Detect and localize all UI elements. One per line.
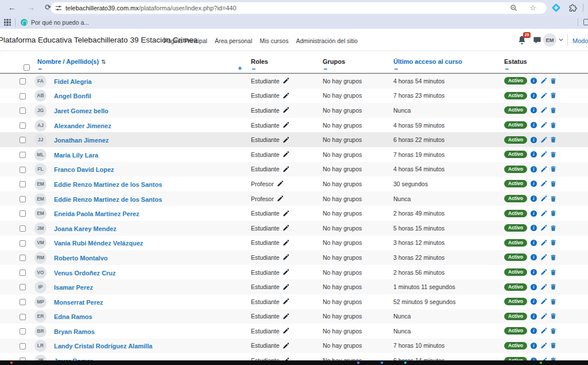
delete-user-icon[interactable] (550, 107, 556, 114)
nav-my-courses[interactable]: Mis cursos (260, 37, 288, 44)
user-name-link[interactable]: Eddie Renzo Martinez de los Santos (54, 196, 162, 203)
role-edit-pencil-icon[interactable] (283, 328, 289, 334)
edit-user-icon[interactable] (540, 122, 547, 128)
nav-site-admin[interactable]: Administración del sitio (296, 37, 357, 44)
other-bookmarks-icon[interactable] (583, 19, 588, 25)
row-checkbox[interactable] (20, 225, 26, 232)
edit-user-icon[interactable] (540, 254, 547, 260)
user-name-link[interactable]: Angel Bonfil (54, 93, 91, 99)
role-edit-pencil-icon[interactable] (283, 313, 289, 320)
user-name-link[interactable]: Edna Ramos (54, 313, 92, 320)
role-edit-pencil-icon[interactable] (283, 78, 289, 84)
delete-user-icon[interactable] (550, 92, 556, 99)
info-icon[interactable]: i (531, 269, 537, 275)
delete-user-icon[interactable] (550, 225, 556, 232)
role-edit-pencil-icon[interactable] (283, 107, 289, 113)
edit-mode-toggle[interactable]: Modo d (572, 37, 588, 44)
role-edit-pencil-icon[interactable] (283, 210, 289, 217)
forward-button[interactable]: → (27, 3, 35, 12)
row-checkbox[interactable] (20, 137, 26, 143)
row-checkbox[interactable] (20, 314, 26, 320)
info-icon[interactable]: i (531, 240, 537, 246)
nav-dashboard[interactable]: Área personal (215, 37, 252, 44)
edit-user-icon[interactable] (540, 343, 547, 349)
edit-user-icon[interactable] (540, 151, 547, 157)
edit-user-icon[interactable] (540, 225, 547, 231)
row-checkbox[interactable] (20, 255, 26, 261)
info-icon[interactable]: i (531, 107, 537, 113)
user-name-link[interactable]: Monserrat Perez (54, 299, 103, 306)
row-checkbox[interactable] (20, 181, 26, 187)
bookmark-star-icon[interactable]: ☆ (529, 3, 536, 12)
row-checkbox[interactable] (20, 93, 26, 99)
role-edit-pencil-icon[interactable] (283, 298, 289, 305)
page-zoom-icon[interactable] (510, 4, 518, 12)
role-edit-pencil-icon[interactable] (283, 166, 289, 172)
taskbar-app-icon[interactable] (10, 362, 13, 364)
role-edit-pencil-icon[interactable] (283, 93, 289, 99)
user-name-link[interactable]: Maria Lily Lara (54, 152, 98, 159)
row-checkbox[interactable] (20, 270, 26, 276)
info-icon[interactable]: i (531, 210, 537, 217)
edit-user-icon[interactable] (540, 93, 547, 99)
user-name-link[interactable]: Isamar Perez (54, 284, 93, 291)
delete-user-icon[interactable] (550, 210, 556, 217)
delete-user-icon[interactable] (550, 151, 556, 158)
extensions-puzzle-icon[interactable] (568, 3, 577, 12)
row-checkbox[interactable] (20, 210, 26, 217)
edit-user-icon[interactable] (540, 137, 547, 143)
taskbar-app-icon[interactable] (357, 362, 359, 364)
info-icon[interactable]: i (531, 225, 537, 231)
chevron-down-icon[interactable] (559, 37, 563, 42)
role-edit-pencil-icon[interactable] (283, 240, 289, 246)
info-icon[interactable]: i (531, 78, 537, 84)
collapse-last-access-column[interactable]: − (394, 66, 398, 72)
user-name-link[interactable]: Eneida Paola Martinez Perez (54, 210, 140, 217)
row-checkbox[interactable] (20, 122, 26, 129)
delete-user-icon[interactable] (550, 136, 556, 143)
role-edit-pencil-icon[interactable] (283, 254, 289, 260)
delete-user-icon[interactable] (550, 254, 556, 261)
select-all-checkbox[interactable] (24, 64, 30, 71)
collapse-name-column[interactable]: − (38, 66, 42, 72)
edit-user-icon[interactable] (540, 269, 547, 275)
edit-user-icon[interactable] (540, 166, 547, 172)
extension-icon[interactable] (552, 4, 560, 12)
delete-user-icon[interactable] (550, 180, 556, 187)
role-edit-pencil-icon[interactable] (283, 151, 289, 157)
url-text[interactable]: telebachillerato39.com.mx/plataforma/use… (65, 5, 237, 11)
user-name-link[interactable]: Jonathan Jimenez (54, 137, 109, 144)
row-checkbox[interactable] (20, 299, 26, 305)
role-edit-pencil-icon[interactable] (283, 343, 289, 349)
user-name-link[interactable]: Alexander Jimenez (54, 122, 111, 129)
user-name-link[interactable]: Landy Cristal Rodríguez Alamilla (54, 343, 152, 349)
row-checkbox[interactable] (20, 343, 26, 349)
collapse-groups-column[interactable]: − (323, 66, 327, 72)
info-icon[interactable]: i (531, 151, 537, 157)
sort-icon[interactable]: ⇅ (101, 59, 106, 65)
role-edit-pencil-icon[interactable] (283, 137, 289, 143)
delete-user-icon[interactable] (550, 195, 556, 202)
user-name-link[interactable]: Roberto Montalvo (54, 255, 108, 262)
info-icon[interactable]: i (531, 313, 537, 320)
info-icon[interactable]: i (531, 298, 537, 305)
info-icon[interactable]: i (531, 180, 537, 187)
info-icon[interactable]: i (531, 122, 537, 128)
edit-user-icon[interactable] (540, 180, 547, 187)
role-edit-pencil-icon[interactable] (283, 284, 289, 290)
column-header-name[interactable]: Nombre / Apellido(s)⇅ (37, 58, 106, 65)
info-icon[interactable]: i (531, 93, 537, 99)
column-header-last-access[interactable]: Último acceso al curso (393, 58, 462, 65)
role-edit-pencil-icon[interactable] (283, 122, 289, 128)
delete-user-icon[interactable] (550, 313, 556, 320)
delete-user-icon[interactable] (550, 342, 556, 349)
edit-user-icon[interactable] (540, 328, 547, 334)
delete-user-icon[interactable] (550, 122, 556, 129)
user-name-link[interactable]: Fidel Alegria (54, 78, 92, 85)
info-icon[interactable]: i (531, 195, 537, 202)
delete-user-icon[interactable] (550, 78, 556, 84)
bookmark-item[interactable]: Por qué no puedo a... (21, 18, 89, 27)
row-checkbox[interactable] (20, 196, 26, 202)
user-name-link[interactable]: Vania Rubi Méndez Velázquez (54, 240, 143, 247)
user-name-link[interactable]: Joana Karey Mendez (54, 225, 117, 232)
